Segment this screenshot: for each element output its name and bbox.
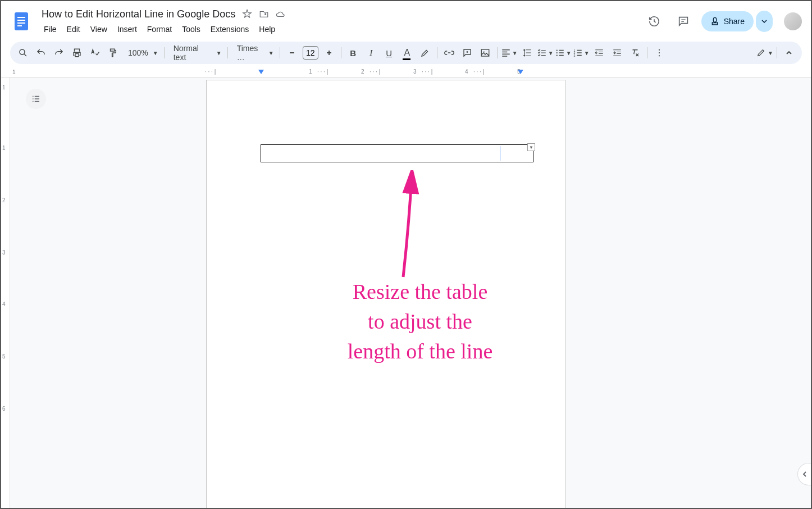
menu-edit[interactable]: Edit: [62, 22, 85, 36]
bold-icon[interactable]: B: [345, 44, 362, 61]
share-button[interactable]: Share: [701, 11, 754, 31]
text-color-icon[interactable]: A: [399, 44, 416, 61]
menu-format[interactable]: Format: [143, 22, 176, 36]
zoom-dropdown[interactable]: 100%▼: [122, 48, 161, 57]
insert-link-icon[interactable]: [441, 44, 458, 61]
table-options-handle-icon[interactable]: ▼: [527, 143, 535, 151]
svg-point-10: [556, 54, 557, 56]
move-icon[interactable]: [259, 9, 269, 19]
menu-help[interactable]: Help: [254, 22, 280, 36]
vertical-ruler[interactable]: 1 1 2 3 4 5 6: [1, 78, 10, 509]
side-panel-toggle-icon[interactable]: [797, 463, 811, 485]
increase-font-size-icon[interactable]: [321, 44, 337, 61]
spellcheck-icon[interactable]: [86, 44, 103, 61]
svg-point-8: [556, 49, 557, 51]
line-spacing-icon[interactable]: [519, 44, 536, 61]
svg-point-15: [659, 52, 660, 53]
highlight-color-icon[interactable]: [417, 44, 434, 61]
editing-mode-icon[interactable]: ▼: [756, 44, 773, 61]
share-label: Share: [724, 17, 745, 26]
star-icon[interactable]: [242, 9, 252, 19]
svg-rect-1: [17, 17, 25, 18]
undo-icon[interactable]: [33, 44, 49, 61]
decrease-font-size-icon[interactable]: [284, 44, 300, 61]
search-icon[interactable]: [15, 44, 31, 61]
document-canvas: ▼ Resize the table to adjust the length …: [10, 78, 811, 509]
font-dropdown[interactable]: Times …▼: [231, 44, 276, 62]
svg-rect-2: [17, 20, 25, 21]
user-avatar[interactable]: [784, 12, 802, 30]
bulleted-list-icon[interactable]: ▼: [555, 44, 572, 61]
menu-view[interactable]: View: [86, 22, 112, 36]
table-cell[interactable]: ▼: [261, 144, 533, 162]
menu-tools[interactable]: Tools: [177, 22, 205, 36]
svg-point-16: [659, 55, 660, 56]
ruler-indent-left-icon[interactable]: [258, 70, 264, 74]
svg-rect-6: [481, 49, 489, 56]
app-header: How to Edit Horizontal Line in Google Do…: [1, 1, 811, 37]
menu-insert[interactable]: Insert: [113, 22, 142, 36]
svg-point-9: [556, 52, 557, 53]
svg-text:3: 3: [573, 54, 575, 57]
print-icon[interactable]: [69, 44, 85, 61]
menu-extensions[interactable]: Extensions: [206, 22, 253, 36]
italic-icon[interactable]: I: [363, 44, 380, 61]
menu-file[interactable]: File: [39, 22, 61, 36]
document-title[interactable]: How to Edit Horizontal Line in Google Do…: [39, 7, 238, 21]
svg-point-14: [659, 49, 660, 51]
history-icon[interactable]: [643, 10, 665, 33]
redo-icon[interactable]: [51, 44, 67, 61]
annotation-arrow-icon: [386, 170, 431, 283]
svg-rect-3: [17, 22, 25, 24]
underline-icon[interactable]: U: [381, 44, 398, 61]
more-icon[interactable]: [651, 44, 668, 61]
decrease-indent-icon[interactable]: [591, 44, 608, 61]
document-page[interactable]: ▼ Resize the table to adjust the length …: [206, 80, 565, 509]
svg-rect-4: [17, 25, 22, 26]
paint-format-icon[interactable]: [104, 44, 121, 61]
align-icon[interactable]: ▼: [501, 44, 518, 61]
annotation-text: Resize the table to adjust the length of…: [296, 277, 544, 367]
docs-logo[interactable]: [10, 10, 33, 33]
collapse-toolbar-icon[interactable]: [781, 44, 797, 61]
increase-indent-icon[interactable]: [609, 44, 626, 61]
share-dropdown-caret[interactable]: [756, 11, 773, 32]
add-comment-icon[interactable]: [459, 44, 476, 61]
svg-point-5: [20, 49, 25, 54]
svg-rect-0: [15, 12, 28, 30]
comments-icon[interactable]: [672, 10, 695, 33]
font-size-input[interactable]: [303, 46, 318, 60]
horizontal-ruler[interactable]: 1 · · · | · · · 1 · · · | · · · 2 · · · …: [1, 69, 811, 78]
text-cursor: [500, 146, 500, 161]
style-dropdown[interactable]: Normal text▼: [168, 44, 224, 62]
outline-toggle-icon[interactable]: [26, 89, 46, 109]
menu-bar: File Edit View Insert Format Tools Exten…: [37, 22, 638, 36]
insert-image-icon[interactable]: [477, 44, 494, 61]
ruler-indent-right-icon[interactable]: [518, 70, 523, 74]
clear-formatting-icon[interactable]: [627, 44, 644, 61]
toolbar: 100%▼ Normal text▼ Times …▼ B I U A ▼ ▼ …: [10, 42, 802, 64]
cloud-icon[interactable]: [276, 9, 286, 19]
numbered-list-icon[interactable]: 123▼: [573, 44, 590, 61]
checklist-icon[interactable]: ▼: [537, 44, 554, 61]
